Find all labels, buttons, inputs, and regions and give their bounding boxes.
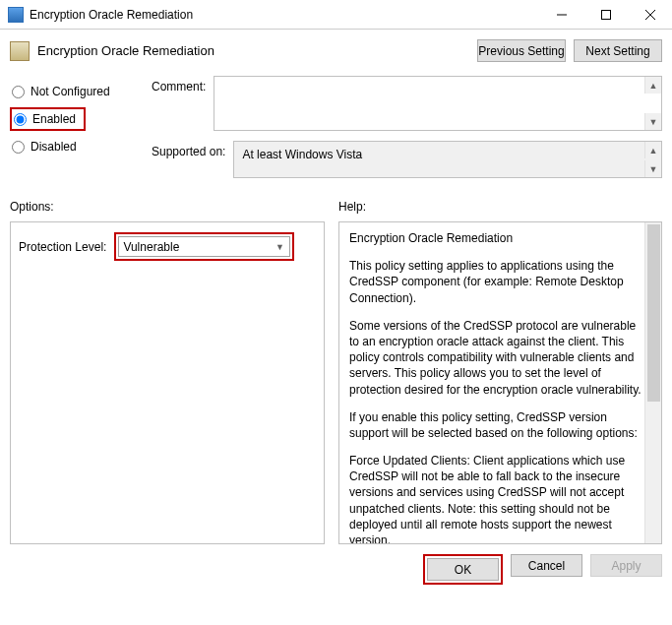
header-title: Encryption Oracle Remediation	[37, 43, 469, 58]
scroll-down-icon[interactable]: ▼	[644, 160, 661, 177]
radio-not-configured-label: Not Configured	[31, 85, 110, 98]
help-text: Encryption Oracle Remediation This polic…	[349, 230, 651, 544]
help-p3: Some versions of the CredSSP protocol ar…	[349, 318, 641, 398]
help-scroll-thumb[interactable]	[647, 224, 660, 402]
radio-disabled-input[interactable]	[12, 141, 25, 154]
comment-label: Comment:	[152, 76, 206, 131]
options-panel: Protection Level: Vulnerable ▼	[10, 221, 325, 544]
help-p1: Encryption Oracle Remediation	[349, 230, 641, 246]
highlight-enabled: Enabled	[10, 107, 86, 131]
policy-icon	[10, 41, 30, 61]
protection-level-select[interactable]: Vulnerable ▼	[118, 236, 290, 257]
comment-textarea[interactable]: ▲ ▼	[214, 76, 662, 131]
titlebar: Encryption Oracle Remediation	[0, 0, 672, 30]
protection-level-label: Protection Level:	[19, 240, 106, 254]
scroll-up-icon[interactable]: ▲	[644, 142, 661, 158]
help-p4: If you enable this policy setting, CredS…	[349, 409, 641, 441]
window-title: Encryption Oracle Remediation	[30, 8, 539, 22]
ok-button[interactable]: OK	[427, 558, 499, 581]
help-label: Help:	[338, 200, 662, 214]
next-setting-button[interactable]: Next Setting	[574, 39, 662, 62]
radio-disabled-label: Disabled	[31, 140, 77, 154]
previous-setting-button[interactable]: Previous Setting	[477, 39, 566, 62]
footer: OK Cancel Apply	[0, 544, 672, 585]
header: Encryption Oracle Remediation Previous S…	[0, 30, 672, 70]
supported-value-box: At least Windows Vista ▲ ▼	[233, 141, 662, 178]
highlight-protection: Vulnerable ▼	[114, 232, 294, 261]
radio-enabled[interactable]: Enabled	[12, 107, 76, 131]
radio-enabled-input[interactable]	[14, 113, 27, 126]
scroll-down-icon[interactable]: ▼	[644, 113, 661, 130]
help-scrollbar[interactable]	[644, 222, 661, 543]
minimize-button[interactable]	[539, 0, 583, 29]
chevron-down-icon: ▼	[272, 239, 287, 255]
highlight-ok: OK	[423, 554, 503, 585]
radio-not-configured[interactable]: Not Configured	[10, 80, 138, 103]
cancel-button[interactable]: Cancel	[511, 554, 582, 577]
radio-enabled-label: Enabled	[32, 112, 76, 126]
supported-label: Supported on:	[152, 141, 225, 178]
maximize-button[interactable]	[583, 0, 628, 29]
help-p2: This policy setting applies to applicati…	[349, 258, 641, 306]
help-p5: Force Updated Clients: Client applicatio…	[349, 453, 641, 544]
apply-button[interactable]: Apply	[590, 554, 662, 577]
svg-rect-1	[601, 10, 610, 19]
supported-value: At least Windows Vista	[242, 148, 362, 161]
scroll-up-icon[interactable]: ▲	[644, 77, 661, 94]
radio-disabled[interactable]: Disabled	[10, 135, 138, 158]
app-icon	[8, 7, 24, 23]
options-label: Options:	[10, 200, 325, 214]
close-button[interactable]	[628, 0, 672, 29]
help-panel: Encryption Oracle Remediation This polic…	[338, 221, 662, 544]
protection-level-value: Vulnerable	[123, 240, 179, 254]
radio-not-configured-input[interactable]	[12, 86, 25, 98]
